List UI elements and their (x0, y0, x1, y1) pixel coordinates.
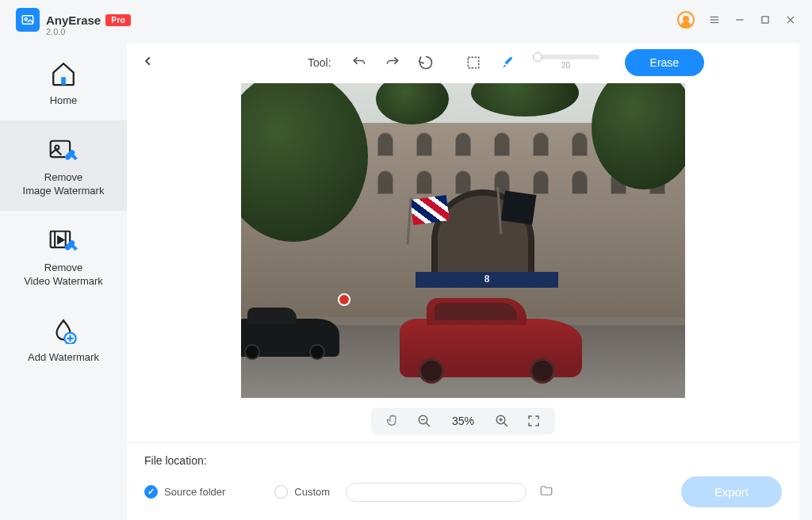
black-car (241, 319, 339, 357)
menu-icon[interactable] (709, 14, 720, 25)
undo-button[interactable] (349, 52, 370, 73)
canvas-area: 8 (127, 82, 799, 398)
sidebar: Home Remove Image Watermark Remove Video… (0, 44, 127, 520)
svg-line-20 (426, 422, 430, 426)
maximize-icon[interactable] (760, 14, 771, 25)
pro-badge: Pro (105, 14, 131, 26)
back-button[interactable] (140, 52, 157, 73)
erase-button[interactable]: Erase (625, 49, 705, 76)
source-folder-option[interactable]: Source folder (144, 485, 225, 499)
brush-tool-button[interactable] (496, 52, 517, 73)
app-logo (16, 8, 40, 32)
svg-rect-18 (468, 57, 478, 67)
pan-button[interactable] (385, 414, 400, 428)
tool-label: Tool: (308, 56, 331, 69)
nav-home-label: Home (50, 94, 78, 108)
custom-path-input[interactable] (346, 483, 527, 502)
radio-checked-icon (144, 485, 158, 499)
content: Tool: 20 Erase 8 (127, 44, 799, 520)
browse-folder-button[interactable] (539, 484, 553, 501)
zoom-out-button[interactable] (417, 414, 431, 428)
radio-unchecked-icon (274, 485, 288, 499)
brush-size-value: 20 (561, 61, 570, 70)
account-icon[interactable] (677, 11, 695, 29)
remove-video-icon (48, 227, 79, 255)
zoom-in-button[interactable] (495, 414, 509, 428)
home-icon (48, 59, 79, 88)
nav-remove-video[interactable]: Remove Video Watermark (0, 211, 127, 301)
svg-rect-0 (22, 16, 33, 25)
image-canvas[interactable]: 8 (241, 83, 685, 398)
svg-point-1 (25, 18, 27, 21)
app-version: 2.0.0 (46, 27, 65, 36)
redo-button[interactable] (382, 52, 403, 73)
svg-rect-9 (61, 77, 66, 85)
dark-flag (501, 190, 537, 224)
nav-home[interactable]: Home (0, 44, 127, 120)
awning-number: 8 (485, 273, 490, 285)
nav-remove-image-label: Remove Image Watermark (23, 171, 105, 198)
uk-flag (410, 195, 450, 225)
svg-line-23 (504, 422, 508, 426)
footer: File location: Source folder Custom Expo… (127, 442, 799, 520)
add-watermark-icon (48, 316, 79, 345)
custom-folder-label: Custom (294, 486, 330, 498)
nav-add-watermark[interactable]: Add Watermark (0, 300, 127, 377)
remove-image-icon (48, 136, 79, 165)
export-button[interactable]: Export (681, 476, 782, 507)
titlebar: AnyErase Pro 2.0.0 (0, 0, 812, 40)
selected-car-mask (400, 319, 582, 377)
reset-button[interactable] (416, 52, 436, 73)
nav-add-watermark-label: Add Watermark (28, 351, 99, 365)
minimize-icon[interactable] (734, 14, 745, 25)
file-location-label: File location: (144, 454, 782, 467)
close-icon[interactable] (785, 14, 796, 25)
brush-size-slider[interactable]: 20 (533, 55, 599, 70)
fullscreen-button[interactable] (527, 414, 541, 428)
source-folder-label: Source folder (164, 486, 225, 498)
toolbar: Tool: 20 Erase (127, 44, 799, 82)
app-title: AnyErase (46, 13, 101, 27)
nav-remove-image[interactable]: Remove Image Watermark (0, 120, 127, 211)
custom-folder-option[interactable]: Custom (274, 485, 330, 499)
select-tool-button[interactable] (463, 52, 484, 73)
zoom-bar: 35% (127, 398, 799, 442)
zoom-value: 35% (449, 415, 477, 427)
nav-remove-video-label: Remove Video Watermark (24, 262, 103, 289)
svg-rect-6 (762, 17, 768, 23)
